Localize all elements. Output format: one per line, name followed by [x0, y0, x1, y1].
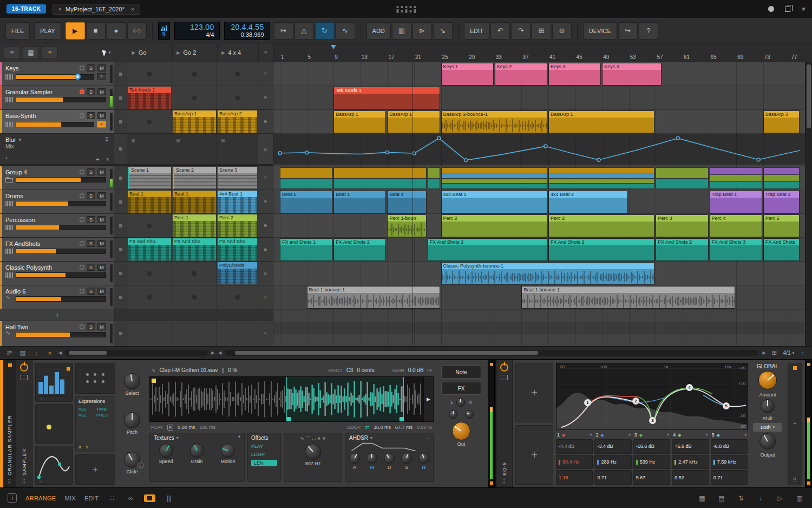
track-row[interactable]: Hall TwoSM≡: [0, 321, 273, 346]
group-clip-segment[interactable]: [656, 167, 708, 189]
record-arm-button[interactable]: [80, 241, 84, 246]
eq-freq-value[interactable]: 539 Hz: [633, 455, 670, 470]
pointer-tool[interactable]: ▾: [103, 49, 111, 56]
arranger-clip[interactable]: FX And Shots 2: [656, 238, 708, 261]
note-chain-button[interactable]: Note: [441, 366, 481, 379]
length-value[interactable]: 106 ms: [199, 425, 215, 430]
group-clip-segment[interactable]: [548, 167, 654, 189]
scene-options-icon[interactable]: ≡: [258, 43, 273, 62]
group-clip-segment[interactable]: [710, 167, 762, 189]
redo-icon[interactable]: ↷: [511, 22, 531, 40]
add-instrument-track-icon[interactable]: ▥: [392, 22, 411, 40]
clip-stop-button[interactable]: [114, 190, 127, 213]
track-row[interactable]: Classic PolysynthSMPolyChords≡: [0, 262, 273, 285]
launcher-cell[interactable]: [172, 62, 217, 86]
arranger-scroll-left-icon[interactable]: ◀: [218, 350, 221, 355]
eq-gain-value[interactable]: -6.8 dB: [711, 439, 748, 454]
close-panel-icon[interactable]: ×: [45, 350, 55, 356]
group-clip-segment[interactable]: [441, 167, 547, 189]
play-button[interactable]: ▶: [66, 22, 85, 40]
chevron-down-icon[interactable]: ▾: [628, 433, 631, 437]
launcher-cell[interactable]: FX and Sho...: [127, 238, 172, 261]
track-header[interactable]: DrumsSM: [0, 190, 114, 213]
volume-fader[interactable]: [16, 201, 106, 206]
tempo-tap-icon[interactable]: ⇅: [158, 22, 170, 40]
loop-mode-icon[interactable]: ⇄: [365, 425, 369, 430]
band-shape-icon[interactable]: ◆: [639, 433, 643, 438]
launcher-clip[interactable]: Perc 1: [173, 214, 216, 237]
eq-power-button[interactable]: [500, 363, 508, 372]
eq-gain-value[interactable]: -4.4 dB: [556, 439, 593, 454]
track-lane-options-button[interactable]: ≡: [258, 238, 273, 261]
restore-window-button[interactable]: [785, 6, 790, 12]
project-tab[interactable]: ▾ MyProject_16T_2020* ×: [53, 4, 140, 15]
close-automation-lane-button[interactable]: ×: [106, 156, 109, 162]
dashboard-button[interactable]: [768, 6, 774, 12]
track-lane-options-button[interactable]: ≡: [258, 285, 273, 309]
track-row[interactable]: Bass-SynthSM≡BassArp 1BassArp 2≡: [0, 110, 273, 134]
band-shape-icon[interactable]: ◆: [717, 433, 720, 438]
arranger-clip[interactable]: Beat 1: [280, 191, 332, 213]
track-row[interactable]: KeysSM≡≡: [0, 62, 273, 86]
volume-fader[interactable]: [16, 249, 106, 254]
launcher-cell[interactable]: [127, 62, 172, 86]
record-arm-button[interactable]: [80, 170, 84, 174]
launcher-cell[interactable]: [217, 285, 258, 309]
hold-knob[interactable]: [366, 453, 377, 464]
gain-value[interactable]: 0.0 dB: [408, 367, 424, 373]
automation-point[interactable]: [676, 136, 679, 140]
mute-button[interactable]: M: [97, 288, 106, 295]
mute-button[interactable]: M: [97, 88, 106, 95]
clip-stop-button[interactable]: [114, 321, 127, 346]
arranger-clip[interactable]: FX and Shots 1: [280, 238, 332, 261]
ahdsr-title[interactable]: AHDSR: [349, 435, 368, 441]
launcher-clip[interactable]: FX And Sho: [218, 238, 257, 260]
automation-follow-icon[interactable]: ∿: [336, 22, 355, 40]
launcher-cell[interactable]: FX And Sho: [217, 238, 258, 261]
shift-knob[interactable]: [761, 399, 775, 413]
solo-button[interactable]: S: [87, 216, 95, 223]
solo-button[interactable]: S: [87, 112, 95, 119]
add-track-button[interactable]: +: [0, 309, 115, 321]
launcher-cell[interactable]: 4x4 Beat 1: [217, 190, 258, 213]
band-shape-icon[interactable]: ◆: [562, 433, 565, 438]
arranger-clip[interactable]: Perc 3: [656, 214, 708, 237]
dual-display-icon[interactable]: ∷: [107, 494, 117, 503]
launcher-clip[interactable]: Scene 1: [128, 167, 171, 189]
automation-point[interactable]: [305, 151, 309, 154]
launcher-cell[interactable]: PolyChords: [217, 262, 258, 285]
expand-automation-button[interactable]: ≡: [97, 121, 106, 128]
group-clip-segment[interactable]: [428, 167, 440, 189]
start-value[interactable]: 0.00 ms: [178, 425, 195, 430]
browser-panel-icon[interactable]: ▤: [717, 494, 726, 503]
keytrack-knob[interactable]: [465, 410, 474, 419]
pan-knob[interactable]: [456, 398, 465, 407]
offset-play[interactable]: PLAY: [251, 444, 277, 449]
record-arm-button[interactable]: [80, 217, 84, 222]
file-menu-button[interactable]: FILE: [5, 22, 30, 40]
loop-start-value[interactable]: 36.0 ms: [374, 425, 391, 430]
scroll-follow-icon[interactable]: ↓: [31, 350, 41, 356]
velocity-knob[interactable]: [449, 410, 457, 419]
inspector-panel-icon[interactable]: ⇅: [736, 494, 746, 503]
automation-point[interactable]: [412, 152, 416, 155]
eq-q-value[interactable]: 5.67: [633, 470, 670, 485]
arranger-clip[interactable]: Beat 1-bounce-1: [307, 286, 440, 309]
device-chain-column[interactable]: GRANULAR SAMPLER ⣿: [3, 360, 16, 487]
edit-menu-button[interactable]: EDIT: [464, 22, 489, 40]
link-displays-icon[interactable]: ∞: [126, 494, 135, 503]
launcher-clip[interactable]: Tek Kords 1: [128, 87, 171, 109]
offset-len[interactable]: LEN: [251, 460, 277, 466]
grain-shape-icons[interactable]: ∿ ⌒ ◡ ∧ ∨: [300, 435, 326, 442]
launcher-clip[interactable]: Scene 2: [173, 167, 216, 189]
solo-button[interactable]: S: [87, 168, 95, 175]
record-arm-button[interactable]: [80, 66, 84, 70]
eq-gain-value[interactable]: -3.4 dB: [594, 439, 631, 454]
chevron-down-icon[interactable]: ▾: [590, 433, 592, 437]
scene-play-icon[interactable]: ▶: [221, 50, 225, 55]
follow-playhead-icon[interactable]: ↘: [433, 22, 453, 40]
glide-knob[interactable]: L: [124, 452, 140, 468]
overdub-button[interactable]: ○○: [127, 22, 147, 40]
fx-chain-button[interactable]: FX: [441, 382, 481, 395]
mute-button[interactable]: M: [97, 240, 106, 247]
